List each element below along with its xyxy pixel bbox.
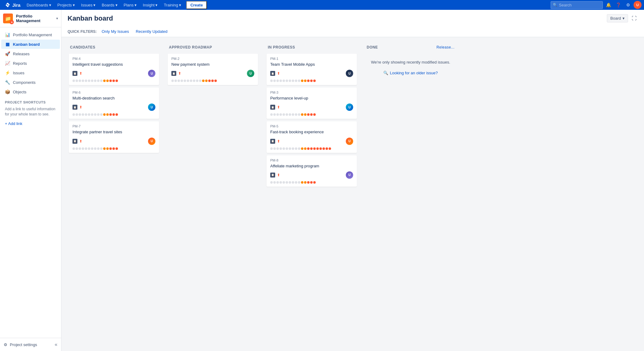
col-title-candidates: CANDIDATES <box>70 45 96 49</box>
progress-dot <box>103 147 106 150</box>
plans-chevron-icon: ▾ <box>135 3 137 7</box>
nav-boards[interactable]: Boards ▾ <box>99 0 120 10</box>
search-input[interactable] <box>551 1 603 9</box>
table-row[interactable]: PM-6 Multi-destination search 📋 ⬆ U <box>69 88 159 119</box>
release-link[interactable]: Release... <box>436 45 455 49</box>
progress-dot <box>310 80 313 82</box>
progress-dot <box>292 113 294 116</box>
card-title: Intelligent travel suggestions <box>72 62 155 67</box>
nav-issues[interactable]: Issues ▾ <box>79 0 98 10</box>
table-row[interactable]: PM-7 Integrate partner travel sites 📋 ⬆ … <box>69 121 159 153</box>
progress-dot <box>205 80 208 82</box>
progress-dot <box>109 147 112 150</box>
progress-dot <box>310 147 313 150</box>
nav-training[interactable]: Training ▾ <box>161 0 183 10</box>
table-row[interactable]: PM-5 Fast-track booking experience 📋 ⬆ U <box>267 121 357 153</box>
progress-dot <box>79 80 81 82</box>
avatar: U <box>346 171 353 179</box>
sidebar-item-components[interactable]: 🔧 Components <box>1 78 60 87</box>
progress-dot <box>301 181 303 184</box>
nav-insight[interactable]: Insight ▾ <box>140 0 160 10</box>
progress-dot <box>82 147 84 150</box>
progress-dot <box>292 80 294 82</box>
sidebar-item-releases[interactable]: 🚀 Releases <box>1 49 60 58</box>
quick-filter-recently-updated[interactable]: Recently Updated <box>134 29 169 34</box>
progress-dot <box>112 147 115 150</box>
table-row[interactable]: PM-2 New payment system 📋 ⬆ U <box>168 54 258 85</box>
done-info-text: We're only showing recently modified iss… <box>365 54 456 67</box>
progress-dot <box>270 113 273 116</box>
progress-dot <box>301 147 303 150</box>
boards-chevron-icon: ▾ <box>115 3 118 7</box>
create-button[interactable]: Create <box>186 1 207 9</box>
card-icons: 📋 ⬆ <box>270 105 280 110</box>
table-row[interactable]: PM-8 Affeliate marketing program 📋 ⬆ U <box>267 155 357 187</box>
progress-dot <box>273 113 276 116</box>
progress-dot <box>298 80 300 82</box>
project-icon: 📁 ★ <box>3 14 13 23</box>
done-older-issue-link[interactable]: 🔍Looking for an older issue? <box>365 69 456 76</box>
project-shortcuts-title: PROJECT SHORTCUTS <box>0 97 61 105</box>
user-avatar[interactable]: U <box>634 1 642 9</box>
sidebar-item-portfolio[interactable]: 📊 Portfolio Management <box>1 30 60 39</box>
progress-dot <box>91 113 93 116</box>
sidebar-project-header[interactable]: 📁 ★ Portfolio Management ▾ <box>0 10 61 27</box>
components-icon: 🔧 <box>5 80 10 85</box>
search-icon: 🔍 <box>383 71 388 75</box>
progress-dot <box>295 181 297 184</box>
sidebar-item-kanban[interactable]: ▦ Kanban board <box>1 40 60 49</box>
progress-dot <box>289 80 291 82</box>
sidebar-collapse-button[interactable]: « <box>55 342 57 347</box>
col-title-in_progress: IN PROGRESS <box>268 45 295 49</box>
card-title: Team Travel Mobile Apps <box>270 62 353 67</box>
card-type-icon: 📋 <box>270 71 275 76</box>
quick-filter-my-issues[interactable]: Only My Issues <box>100 29 131 34</box>
board-title: Kanban board <box>68 14 113 22</box>
nav-projects[interactable]: Projects ▾ <box>55 0 77 10</box>
settings-button[interactable]: ⚙ <box>624 1 632 9</box>
sidebar-item-objects[interactable]: 📦 Objects <box>1 87 60 96</box>
card-priority-icon: ⬆ <box>79 105 82 109</box>
card-icons: 📋 ⬆ <box>72 139 82 144</box>
card-footer: 📋 ⬆ U <box>72 103 155 111</box>
progress-dot <box>97 113 100 116</box>
nav-dashboards[interactable]: Dashboards ▾ <box>24 0 54 10</box>
nav-plans[interactable]: Plans ▾ <box>121 0 139 10</box>
sidebar-item-reports[interactable]: 📈 Reports <box>1 59 60 68</box>
project-settings-link[interactable]: ⚙ Project settings <box>4 342 37 347</box>
progress-dot <box>178 80 180 82</box>
jira-logo[interactable]: Jira <box>2 2 23 8</box>
sidebar-project-chevron-icon: ▾ <box>56 16 58 21</box>
add-link-button[interactable]: + Add link <box>0 119 61 128</box>
progress-dot <box>106 113 109 116</box>
table-row[interactable]: PM-1 Team Travel Mobile Apps 📋 ⬆ U <box>267 54 357 85</box>
sidebar-project-title: Portfolio Management <box>16 14 53 23</box>
fullscreen-button[interactable]: ⛶ <box>630 14 638 22</box>
search-wrapper: 🔍 <box>551 1 603 9</box>
sidebar-item-issues[interactable]: ⚡ Issues <box>1 68 60 77</box>
card-type-icon: 📋 <box>171 71 176 76</box>
progress-dot <box>276 113 279 116</box>
progress-dot <box>174 80 177 82</box>
board-view-button[interactable]: Board ▾ <box>607 14 628 22</box>
progress-dot <box>88 147 90 150</box>
progress-dot <box>313 113 316 116</box>
progress-dot <box>112 113 115 116</box>
card-icons: 📋 ⬆ <box>270 139 280 144</box>
progress-dot <box>286 80 288 82</box>
progress-bar <box>72 80 155 82</box>
help-button[interactable]: ❓ <box>614 1 623 9</box>
notifications-button[interactable]: 🔔 <box>604 1 613 9</box>
progress-dot <box>289 147 291 150</box>
col-title-done: DONE <box>367 45 378 49</box>
progress-dot <box>76 113 78 116</box>
progress-dot <box>283 113 285 116</box>
table-row[interactable]: PM-4 Intelligent travel suggestions 📋 ⬆ … <box>69 54 159 85</box>
progress-dot <box>270 181 273 184</box>
card-type-icon: 📋 <box>72 105 77 110</box>
jira-wordmark: Jira <box>12 2 21 8</box>
table-row[interactable]: PM-3 Performance level-up 📋 ⬆ U <box>267 88 357 119</box>
card-id: PM-4 <box>72 57 155 60</box>
progress-dot <box>76 80 78 82</box>
avatar: U <box>148 103 155 111</box>
